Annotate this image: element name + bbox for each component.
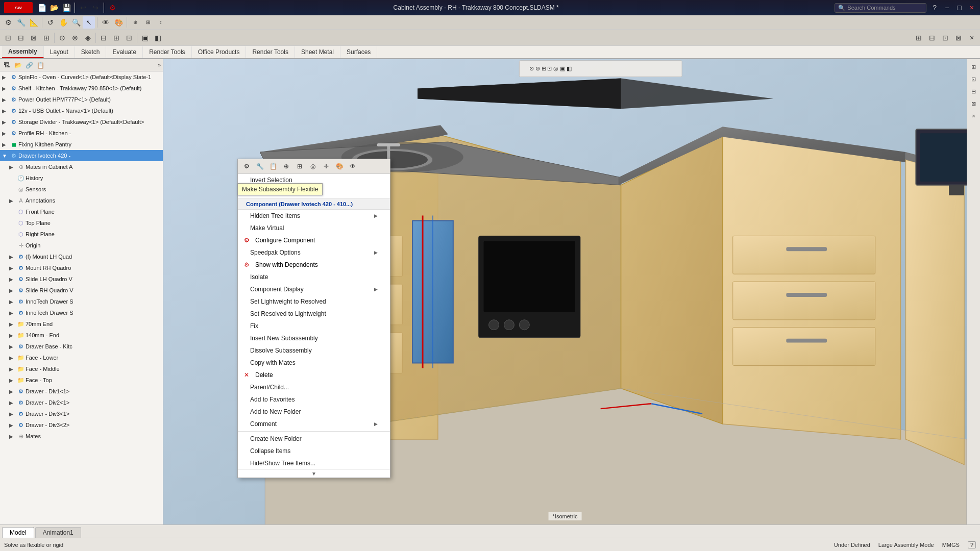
tree-item-top-plane[interactable]: ⬡ Top Plane <box>0 217 163 229</box>
ctx-speedpak-options[interactable]: Speedpak Options <box>238 246 390 259</box>
expand-tree-btn[interactable]: » <box>158 62 161 68</box>
ctx-fix[interactable]: Fix <box>238 320 390 332</box>
right-panel-btn-1[interactable]: ⊞ <box>968 61 979 72</box>
ctx-delete[interactable]: ✕ Delete <box>238 369 390 381</box>
ctx-tool-3[interactable]: 📋 <box>267 161 279 171</box>
ctx-hidden-tree-items[interactable]: Hidden Tree Items <box>238 210 390 222</box>
tree-item-mount-rh[interactable]: ▶ ⚙ Mount RH Quadro <box>0 262 163 273</box>
tool-r2-10[interactable]: ⊡ <box>123 32 135 44</box>
ctx-tool-6[interactable]: ◎ <box>307 161 318 171</box>
tree-item-front-plane[interactable]: ⬡ Front Plane <box>0 206 163 217</box>
ctx-add-to-new-folder[interactable]: Add to New Folder <box>238 406 390 418</box>
tree-item-mates-cabinet[interactable]: ▶ ⊕ Mates in Cabinet A <box>0 161 163 172</box>
tree-item-drawer-ivotech[interactable]: ▼ ⚙ Drawer Ivotech 420 - <box>0 150 163 161</box>
tab-sketch[interactable]: Sketch <box>75 46 107 58</box>
close-button[interactable]: × <box>968 4 976 12</box>
minimize-button[interactable]: − <box>943 4 951 12</box>
window-tile-btn[interactable]: ⊞ <box>913 32 925 44</box>
ctx-set-lightweight-resolved[interactable]: Set Lightweight to Resolved <box>238 295 390 308</box>
tree-icon-3[interactable]: 🔗 <box>24 61 34 70</box>
ctx-copy-with-mates[interactable]: Copy with Mates <box>238 357 390 369</box>
window-btn3[interactable]: ⊡ <box>939 32 951 44</box>
tool-r2-8[interactable]: ⊟ <box>97 32 110 44</box>
ctx-dissolve-subassembly[interactable]: Dissolve Subassembly <box>238 344 390 357</box>
ctx-configure-component[interactable]: ⚙ Configure Component <box>238 234 390 246</box>
tab-surfaces[interactable]: Surfaces <box>340 46 377 58</box>
tool-r2-9[interactable]: ⊞ <box>110 32 122 44</box>
tab-office-products[interactable]: Office Products <box>192 46 247 58</box>
window-btn2[interactable]: ⊟ <box>926 32 938 44</box>
tree-icon-2[interactable]: 📂 <box>13 61 22 70</box>
ctx-tool-1[interactable]: ⚙ <box>241 161 252 171</box>
ctx-tool-7[interactable]: ✛ <box>321 161 332 171</box>
tool-r2-6[interactable]: ⊚ <box>69 32 81 44</box>
tree-item-drawer-div1[interactable]: ▶ ⚙ Drawer - Div1<1> <box>0 386 163 397</box>
tree-item-innotech-1[interactable]: ▶ ⚙ InnoTech Drawer S <box>0 296 163 307</box>
maximize-button[interactable]: □ <box>955 4 963 12</box>
redo-button[interactable]: ↪ <box>90 2 101 14</box>
tree-item-drawer-div3-1[interactable]: ▶ ⚙ Drawer - Div3<1> <box>0 408 163 419</box>
tree-item-drawer-div2[interactable]: ▶ ⚙ Drawer - Div2<1> <box>0 397 163 408</box>
tree-item-140mm[interactable]: ▶ 📁 140mm - End <box>0 330 163 341</box>
ctx-insert-new-subassembly[interactable]: Insert New Subassembly <box>238 332 390 344</box>
right-panel-btn-4[interactable]: ⊠ <box>968 98 979 109</box>
tab-layout[interactable]: Layout <box>44 46 75 58</box>
tree-item-drawer-div3-2[interactable]: ▶ ⚙ Drawer - Div3<2> <box>0 419 163 431</box>
tree-item-drawer-base[interactable]: ▶ ⚙ Drawer Base - Kitc <box>0 341 163 352</box>
tool-rotate[interactable]: ↺ <box>44 16 57 29</box>
undo-button[interactable]: ↩ <box>78 2 88 14</box>
tool-view[interactable]: 👁 <box>100 16 112 29</box>
tool-select[interactable]: ↖ <box>83 16 95 29</box>
tree-item-usb[interactable]: ▶ ⚙ 12v - USB Outlet - Narva<1> (Default… <box>0 105 163 116</box>
assembly-tool-3[interactable]: 📐 <box>28 16 40 29</box>
ctx-invert-selection[interactable]: Invert Selection <box>238 174 390 186</box>
ctx-tool-5[interactable]: ⊞ <box>294 161 305 171</box>
ctx-tool-8[interactable]: 🎨 <box>334 161 345 171</box>
assembly-tool-1[interactable]: ⚙ <box>2 16 14 29</box>
tree-item-slide-rh[interactable]: ▶ ⚙ Slide RH Quadro V <box>0 285 163 296</box>
tree-item-power-outlet[interactable]: ▶ ⚙ Power Outlet HPM777P<1> (Default) <box>0 94 163 105</box>
open-button[interactable]: 📂 <box>49 2 59 14</box>
tab-render-tools-1[interactable]: Render Tools <box>143 46 192 58</box>
tab-animation1[interactable]: Animation1 <box>35 527 81 538</box>
ctx-add-to-favorites[interactable]: Add to Favorites <box>238 393 390 406</box>
ctx-isolate[interactable]: Isolate <box>238 271 390 283</box>
ctx-set-resolved-lightweight[interactable]: Set Resolved to Lightweight <box>238 308 390 320</box>
new-button[interactable]: 📄 <box>37 2 47 14</box>
tree-item-storage[interactable]: ▶ ⚙ Storage Divider - Trakkaway<1> (Defa… <box>0 116 163 128</box>
right-panel-btn-5[interactable]: × <box>968 110 979 121</box>
tab-sheet-metal[interactable]: Sheet Metal <box>295 46 340 58</box>
ctx-hide-show-tree-items[interactable]: Hide/Show Tree Items... <box>238 457 390 469</box>
tree-item-innotech-2[interactable]: ▶ ⚙ InnoTech Drawer S <box>0 307 163 318</box>
tool-r2-7[interactable]: ◈ <box>82 32 94 44</box>
tool-r2-5[interactable]: ⊙ <box>56 32 68 44</box>
right-panel-btn-2[interactable]: ⊡ <box>968 73 979 85</box>
ctx-create-new-folder[interactable]: Create New Folder <box>238 433 390 445</box>
ctx-parent-child[interactable]: Parent/Child... <box>238 381 390 393</box>
statusbar-help-icon[interactable]: ? <box>968 541 976 548</box>
tab-render-tools-2[interactable]: Render Tools <box>246 46 295 58</box>
tree-item-profile[interactable]: ▶ ⚙ Profile RH - Kitchen - <box>0 128 163 139</box>
tree-item-history[interactable]: 🕐 History <box>0 172 163 184</box>
mate-button[interactable]: ⊕ <box>129 16 141 29</box>
ctx-tool-4[interactable]: ⊕ <box>281 161 292 171</box>
tab-evaluate[interactable]: Evaluate <box>106 46 143 58</box>
save-button[interactable]: 💾 <box>61 2 71 14</box>
tree-icon-4[interactable]: 📋 <box>36 61 45 70</box>
tab-model[interactable]: Model <box>2 527 34 538</box>
help-button[interactable]: ? <box>930 4 939 12</box>
tree-item-sensors[interactable]: ◎ Sensors <box>0 184 163 195</box>
ctx-comment[interactable]: Comment <box>238 418 390 430</box>
tool-r2-11[interactable]: ▣ <box>139 32 151 44</box>
rebuild-button[interactable]: ⚙ <box>107 2 117 14</box>
tool-zoom[interactable]: 🔍 <box>70 16 82 29</box>
window-btn4[interactable]: ⊠ <box>952 32 965 44</box>
tree-item-fixing[interactable]: ▶ ◼ Fixing Kitchen Pantry <box>0 139 163 150</box>
ctx-make-virtual[interactable]: Make Virtual <box>238 222 390 234</box>
tree-item-face-middle[interactable]: ▶ 📁 Face - Middle <box>0 363 163 374</box>
tree-item-right-plane[interactable]: ⬡ Right Plane <box>0 229 163 240</box>
ctx-tool-9[interactable]: 👁 <box>347 161 358 171</box>
tree-item-face-lower[interactable]: ▶ 📁 Face - Lower <box>0 352 163 363</box>
tree-item-spinflo[interactable]: ▶ ⚙ SpinFlo - Oven - Curved<1> (Default<… <box>0 71 163 83</box>
tree-icon-1[interactable]: 🏗 <box>2 61 11 70</box>
